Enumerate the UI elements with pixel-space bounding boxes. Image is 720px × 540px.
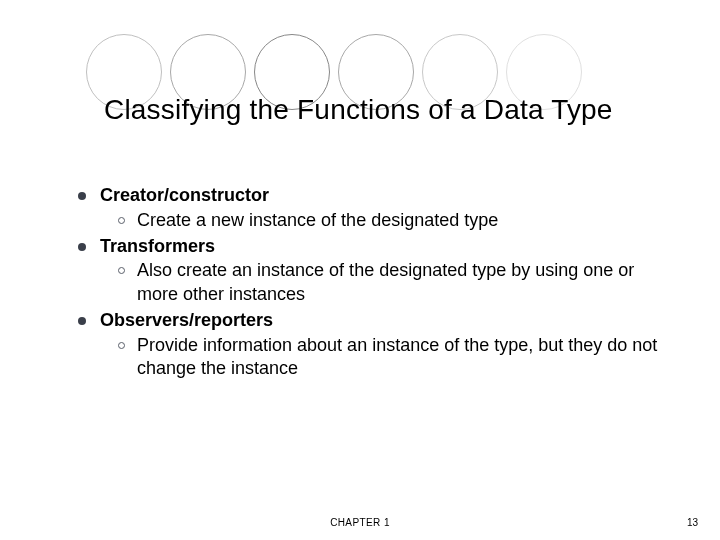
item-description: Also create an instance of the designate… [137, 259, 658, 307]
list-item: Transformers Also create an instance of … [78, 235, 658, 307]
list-item: Creator/constructor Create a new instanc… [78, 184, 658, 233]
list-item: Observers/reporters Provide information … [78, 309, 658, 381]
item-label: Creator/constructor [100, 184, 658, 208]
sub-list-item: Also create an instance of the designate… [118, 259, 658, 307]
item-description: Provide information about an instance of… [137, 334, 658, 382]
slide-title: Classifying the Functions of a Data Type [104, 94, 613, 126]
bullet-icon [78, 317, 86, 325]
hollow-bullet-icon [118, 342, 125, 349]
item-label: Observers/reporters [100, 309, 658, 333]
hollow-bullet-icon [118, 267, 125, 274]
hollow-bullet-icon [118, 217, 125, 224]
sub-list-item: Provide information about an instance of… [118, 334, 658, 382]
slide-body: Creator/constructor Create a new instanc… [78, 184, 658, 383]
bullet-icon [78, 243, 86, 251]
footer-page-number: 13 [687, 517, 698, 528]
item-description: Create a new instance of the designated … [137, 209, 658, 233]
footer-chapter: CHAPTER 1 [0, 517, 720, 528]
bullet-icon [78, 192, 86, 200]
sub-list-item: Create a new instance of the designated … [118, 209, 658, 233]
item-label: Transformers [100, 235, 658, 259]
